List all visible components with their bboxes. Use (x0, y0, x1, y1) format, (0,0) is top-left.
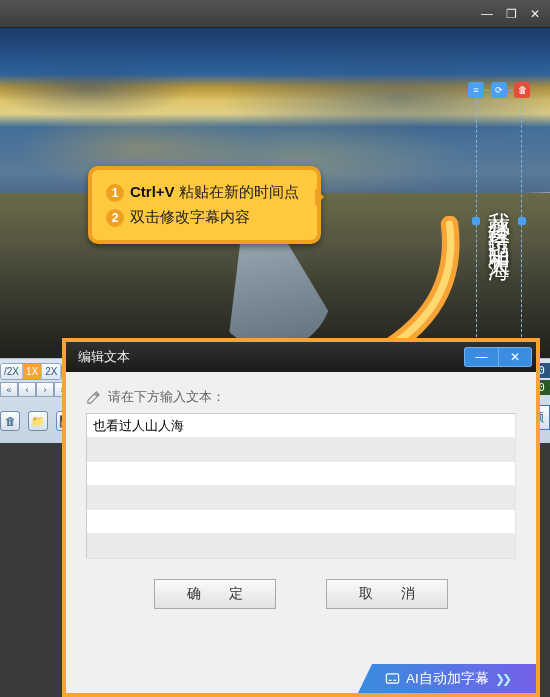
text-line-5[interactable] (87, 510, 515, 534)
resize-handle-right[interactable] (518, 217, 526, 225)
text-line-3[interactable] (87, 462, 515, 486)
text-input-list[interactable] (86, 413, 516, 559)
svg-rect-2 (387, 674, 399, 683)
prev-fast-icon[interactable]: « (0, 382, 18, 397)
ai-caption-label: AI自动加字幕 (406, 670, 489, 688)
dialog-prompt: 请在下方输入文本： (86, 388, 516, 406)
dialog-body: 请在下方输入文本： 确 定 取 消 (66, 372, 536, 693)
cancel-button[interactable]: 取 消 (326, 579, 448, 609)
app-titlebar: — ❐ ✕ (0, 0, 550, 28)
help-line-1: 1 Ctrl+V 粘贴在新的时间点 (106, 180, 299, 205)
subtitle-rotate-handle[interactable]: ⟳ (491, 82, 507, 98)
help-text-1: 粘贴在新的时间点 (175, 183, 299, 200)
ai-caption-icon (385, 671, 400, 686)
text-line-4[interactable] (87, 486, 515, 510)
help-bubble: 1 Ctrl+V 粘贴在新的时间点 2 双击修改字幕内容 (88, 166, 321, 244)
minimize-icon[interactable]: — (480, 7, 494, 21)
text-input-1[interactable] (93, 418, 509, 433)
close-icon[interactable]: ✕ (528, 7, 542, 21)
bullet-1: 1 (106, 184, 124, 202)
help-text-2: 双击修改字幕内容 (130, 208, 250, 227)
help-line-2: 2 双击修改字幕内容 (106, 205, 299, 230)
folder-icon[interactable]: 📁 (28, 411, 48, 431)
trash-icon[interactable]: 🗑 (0, 411, 20, 431)
resize-handle-left[interactable] (472, 217, 480, 225)
dialog-prompt-text: 请在下方输入文本： (108, 388, 225, 406)
dialog-title: 编辑文本 (78, 348, 130, 366)
dialog-close-button[interactable]: ✕ (498, 347, 532, 367)
text-line-1[interactable] (87, 414, 515, 438)
text-line-2[interactable] (87, 438, 515, 462)
prev-icon[interactable]: ‹ (18, 382, 36, 397)
dialog-button-row: 确 定 取 消 (86, 559, 516, 629)
dialog-minimize-button[interactable]: — (464, 347, 498, 367)
edit-icon (86, 390, 101, 405)
modal-highlight-frame: 编辑文本 — ✕ 请在下方输入文本： 确 定 (62, 338, 540, 697)
video-preview: 我曾经跨过山和大海 ≡ ⟳ 🗑 1 Ctrl+V 粘贴在新的时间点 2 双击修改… (0, 28, 550, 358)
chevron-right-icon: ❯❯ (495, 672, 509, 686)
maximize-icon[interactable]: ❐ (504, 7, 518, 21)
edit-text-dialog: 编辑文本 — ✕ 请在下方输入文本： 确 定 (66, 342, 536, 693)
subtitle-menu-handle[interactable]: ≡ (468, 82, 484, 98)
subtitle-object[interactable]: 我曾经跨过山和大海 ≡ ⟳ 🗑 (476, 90, 522, 352)
kbd-hint: Ctrl+V (130, 183, 175, 200)
next-icon[interactable]: › (36, 382, 54, 397)
bullet-2: 2 (106, 209, 124, 227)
speed-selector[interactable]: /2X 1X 2X (0, 363, 62, 380)
ai-auto-caption-button[interactable]: AI自动加字幕 ❯❯ (358, 664, 536, 693)
subtitle-text[interactable]: 我曾经跨过山和大海 (484, 194, 514, 248)
speed-1x[interactable]: 1X (23, 364, 42, 379)
dialog-titlebar: 编辑文本 — ✕ (66, 342, 536, 372)
speed-half[interactable]: /2X (1, 364, 23, 379)
speed-2x[interactable]: 2X (42, 364, 61, 379)
text-line-6[interactable] (87, 534, 515, 558)
ok-button[interactable]: 确 定 (154, 579, 276, 609)
subtitle-delete-handle[interactable]: 🗑 (514, 82, 530, 98)
